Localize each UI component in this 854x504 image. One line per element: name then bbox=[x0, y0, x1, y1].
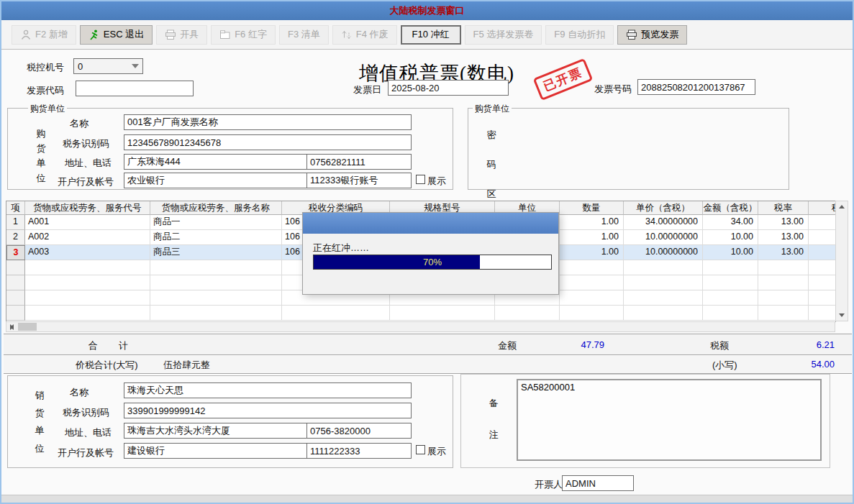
cell-name bbox=[150, 290, 282, 306]
column-header: 单价（含税） bbox=[624, 201, 703, 215]
seller-address-label: 地址、电话 bbox=[65, 426, 112, 439]
toolbar-button-f9-auto-discount[interactable]: F9 自动折扣 bbox=[545, 25, 614, 45]
buyer-phone-input[interactable] bbox=[306, 154, 412, 170]
toolbar-button-label: F3 清单 bbox=[288, 28, 320, 41]
cell-amount bbox=[703, 290, 758, 306]
seller-show-checkbox[interactable] bbox=[416, 445, 425, 454]
cell-tax bbox=[809, 260, 836, 275]
row-header[interactable] bbox=[6, 290, 25, 306]
person-icon bbox=[20, 29, 32, 40]
scroll-up-icon[interactable] bbox=[836, 201, 848, 212]
seller-address-input[interactable] bbox=[124, 423, 307, 439]
toolbar-button-label: F4 作废 bbox=[356, 28, 389, 41]
cell-tax bbox=[809, 290, 836, 306]
toolbar-button-label: F10 冲红 bbox=[412, 28, 450, 41]
totals-band: 合 计 金额 47.79 税额 6.21 bbox=[4, 334, 852, 355]
seller-name-input[interactable] bbox=[124, 382, 412, 398]
row-header[interactable]: 1 bbox=[6, 215, 25, 230]
table-row[interactable] bbox=[6, 306, 835, 321]
amount-in-words-band: 价税合计(大写) 伍拾肆元整 (小写) 54.00 bbox=[4, 356, 852, 374]
cell-price bbox=[624, 290, 703, 306]
cell-rate: 13.00 bbox=[758, 215, 809, 230]
column-header: 项 bbox=[6, 201, 25, 215]
scroll-right-icon[interactable] bbox=[6, 322, 17, 331]
invoice-code-input[interactable] bbox=[76, 81, 194, 96]
buyer-show-label: 展示 bbox=[427, 175, 446, 188]
machine-no-combobox[interactable]: 0 bbox=[73, 58, 143, 74]
progress-percent-label: 70% bbox=[314, 255, 551, 269]
toolbar-button-issue[interactable]: 开具 bbox=[156, 25, 207, 45]
seller-taxid-input[interactable] bbox=[124, 403, 412, 418]
buyer-name-input[interactable] bbox=[124, 114, 412, 130]
cell-amount: 10.00 bbox=[703, 230, 758, 245]
toolbar-button-label: F5 选择发票卷 bbox=[473, 28, 534, 41]
password-side-label: 密码区 bbox=[486, 129, 497, 201]
cell-tax bbox=[809, 230, 836, 245]
seller-name-label: 名称 bbox=[70, 386, 88, 399]
invoice-date-label: 发票日 bbox=[353, 83, 381, 96]
buyer-taxid-input[interactable] bbox=[124, 134, 412, 150]
row-header[interactable] bbox=[6, 275, 25, 290]
password-group-title: 购货单位 bbox=[473, 103, 512, 115]
table-vertical-scrollbar[interactable] bbox=[835, 201, 848, 321]
folder-icon bbox=[219, 29, 231, 40]
toolbar-button-label: 预览发票 bbox=[641, 28, 678, 41]
cell-code: A002 bbox=[25, 230, 150, 245]
seller-phone-input[interactable] bbox=[306, 423, 412, 439]
row-header[interactable]: 2 bbox=[6, 230, 25, 245]
column-header: 数量 bbox=[560, 201, 624, 215]
toolbar-button-f5-select-roll[interactable]: F5 选择发票卷 bbox=[465, 25, 542, 45]
buyer-name-label: 名称 bbox=[70, 117, 88, 130]
status-bar bbox=[1, 495, 853, 503]
buyer-address-input[interactable] bbox=[124, 154, 307, 170]
toolbar-button-f10-flush-red[interactable]: F10 冲红 bbox=[401, 25, 461, 45]
cell-tax bbox=[809, 306, 836, 321]
invoice-code-label: 发票代码 bbox=[27, 84, 64, 97]
toolbar-button-f6-red-letter[interactable]: F6 红字 bbox=[211, 25, 276, 45]
horizontal-scroll-thumb[interactable] bbox=[18, 323, 37, 331]
cell-price: 34.00000000 bbox=[624, 215, 703, 230]
progress-bar: 70% bbox=[313, 255, 552, 270]
cell-name bbox=[150, 260, 282, 275]
scroll-down-icon[interactable] bbox=[836, 310, 848, 321]
buyer-account-input[interactable] bbox=[306, 173, 412, 188]
cell-code bbox=[25, 275, 150, 290]
cell-amount bbox=[703, 275, 758, 290]
toolbar-button-f2-new[interactable]: F2 新增 bbox=[12, 25, 76, 45]
buyer-group-title: 购货单位 bbox=[28, 103, 67, 115]
cell-name bbox=[150, 306, 282, 321]
invoice-date-input[interactable] bbox=[388, 80, 509, 96]
buyer-address-label: 地址、电话 bbox=[65, 157, 112, 170]
invoice-number-input[interactable] bbox=[637, 79, 755, 95]
void-icon bbox=[341, 29, 353, 40]
password-area-groupbox: 购货单位 密码区 bbox=[468, 108, 789, 190]
cell-qty bbox=[560, 260, 624, 275]
cell-unit bbox=[495, 306, 560, 321]
remark-textarea[interactable]: SA58200001 bbox=[517, 379, 822, 461]
table-horizontal-scrollbar[interactable] bbox=[6, 321, 835, 332]
toolbar-button-f3-list[interactable]: F3 清单 bbox=[279, 25, 329, 45]
toolbar-button-f4-void[interactable]: F4 作废 bbox=[332, 25, 397, 45]
remark-side-label: 备注 bbox=[488, 397, 499, 441]
cell-code bbox=[25, 306, 150, 321]
toolbar-button-preview-invoice[interactable]: 预览发票 bbox=[617, 25, 687, 45]
cell-qty bbox=[560, 290, 624, 306]
buyer-bank-input[interactable] bbox=[124, 173, 307, 188]
issuer-input[interactable] bbox=[562, 475, 634, 491]
toolbar-button-label: 开具 bbox=[180, 28, 199, 41]
toolbar-button-esc-exit[interactable]: ESC 退出 bbox=[80, 25, 153, 45]
buyer-show-checkbox[interactable] bbox=[416, 175, 425, 184]
seller-account-input[interactable] bbox=[306, 443, 412, 459]
row-header[interactable]: 3 bbox=[6, 245, 25, 260]
row-header[interactable] bbox=[6, 306, 25, 321]
cell-tax bbox=[809, 215, 836, 230]
row-header[interactable] bbox=[6, 260, 25, 275]
progress-dialog-titlebar bbox=[303, 213, 558, 234]
toolbar-button-label: F6 红字 bbox=[235, 28, 267, 41]
seller-bank-input[interactable] bbox=[124, 443, 307, 459]
window-titlebar: 大陆税制发票窗口 bbox=[1, 1, 853, 20]
cell-rate: 13.00 bbox=[758, 245, 809, 260]
cell-code: A003 bbox=[25, 245, 150, 260]
cell-rate bbox=[758, 290, 809, 306]
cell-qty bbox=[560, 306, 624, 321]
